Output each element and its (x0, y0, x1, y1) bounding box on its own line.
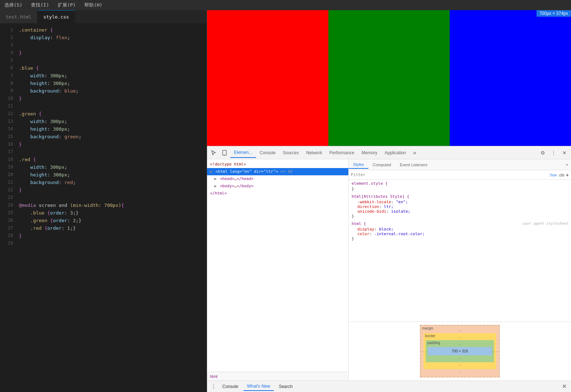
menu-select[interactable]: 选择(S) (3, 1, 24, 9)
tab-console[interactable]: Console (256, 148, 279, 158)
style-close-brace: } (352, 236, 568, 241)
devtools-bottom-bar: ⋮ Console What's New Search ✕ (207, 380, 571, 392)
padding-label: padding (427, 341, 440, 345)
dom-body-arrow[interactable]: ▶ (214, 184, 217, 188)
tab-memory[interactable]: Memory (358, 148, 381, 158)
style-rule: direction: ltr; (352, 204, 568, 209)
code-line: 13 width: 300px; (0, 118, 207, 125)
close-devtools-icon[interactable]: ✕ (559, 148, 570, 158)
code-line: 17 (0, 148, 207, 156)
bottom-tab-search[interactable]: Search (275, 383, 296, 391)
filter-cls-button[interactable]: .cls (558, 173, 564, 177)
preview-green-box (328, 10, 450, 146)
styles-tab-computed[interactable]: Computed (368, 161, 396, 168)
code-content: 1 .container { 2 display: flex; 3 4 } 5 (0, 23, 207, 392)
tab-style-css[interactable]: style.css (37, 10, 75, 23)
bottom-bar-menu[interactable]: ⋮ (210, 383, 217, 390)
code-line: 5 (0, 57, 207, 64)
devtools-toolbar: Elemen... Console Sources Network Perfor… (207, 146, 571, 159)
more-options-icon[interactable]: ⋮ (548, 148, 559, 158)
tab-test-html[interactable]: test.html (0, 10, 37, 23)
close-bottom-bar-icon[interactable]: ✕ (560, 381, 568, 391)
code-line: 25 .blue {order: 3;} (0, 209, 207, 217)
dom-expand-arrow[interactable]: ▶ (210, 169, 212, 174)
code-line: 3 (0, 41, 207, 49)
tab-network[interactable]: Network (303, 148, 326, 158)
code-line: 19 width: 300px; (0, 163, 207, 171)
code-line: 24 @media screen and (min-width: 700px){ (0, 201, 207, 209)
preview-blue-box (450, 10, 571, 146)
code-line: 26 .green {order: 2;} (0, 217, 207, 224)
tab-sources[interactable]: Sources (279, 148, 303, 158)
mobile-icon[interactable] (219, 148, 230, 158)
style-selector: element.style { (352, 181, 568, 186)
devtools-tabs: Elemen... Console Sources Network Perfor… (230, 147, 537, 159)
styles-panel: Styles Computed Event Listeners » :hov .… (349, 159, 571, 380)
styles-content: element.style { } html[Attributes Style]… (349, 180, 571, 322)
code-line: 9 background: blue; (0, 87, 207, 95)
margin-bottom: - (424, 370, 496, 374)
style-block-element: element.style { } (352, 181, 568, 191)
code-line: 27 .red {order: 1;} (0, 224, 207, 232)
menu-help[interactable]: 帮助(H) (83, 1, 104, 9)
style-rule: unicode-bidi: isolate; (352, 209, 568, 214)
code-line: 1 .container { (0, 26, 207, 34)
style-close-brace: } (352, 187, 568, 191)
styles-filter-bar: :hov .cls + (349, 170, 571, 180)
dom-head[interactable]: ▶ <head>…</head> (207, 175, 348, 183)
editor-tabs: test.html style.css (0, 10, 207, 23)
bottom-tab-whats-new[interactable]: What's New (243, 382, 274, 391)
style-selector: html { user agent stylesheet (352, 221, 568, 226)
preview-red-box (207, 10, 328, 146)
tab-performance[interactable]: Performance (326, 148, 358, 158)
style-source: user agent stylesheet (522, 221, 568, 225)
browser-preview: 700px × 374px (207, 10, 571, 146)
dom-panel: <!doctype html> ▶ <html lang="en" dir="l… (207, 159, 349, 380)
code-line: 11 (0, 102, 207, 110)
border-label: border (425, 334, 436, 338)
box-padding: padding - - 700 × 316 - (426, 340, 494, 362)
menu-extend[interactable]: 扩展(P) (56, 1, 77, 9)
style-close-brace: } (352, 214, 568, 219)
box-model-section: margin - - border - - (349, 322, 571, 380)
dom-body[interactable]: ▶ <body>…</body> (207, 183, 348, 190)
code-line: 16 } (0, 140, 207, 148)
code-line: 8 height: 300px; (0, 79, 207, 87)
settings-icon[interactable]: ⚙ (538, 148, 548, 158)
styles-tabs: Styles Computed Event Listeners » (349, 159, 571, 170)
code-editor: test.html style.css 1 .container { 2 dis… (0, 10, 207, 392)
code-line: 14 height: 300px; (0, 125, 207, 133)
dom-html-close[interactable]: </html> (207, 190, 348, 197)
more-tabs-icon[interactable]: » (410, 148, 420, 158)
styles-tab-event-listeners[interactable]: Event Listeners (396, 161, 432, 168)
code-line: 22 } (0, 186, 207, 194)
dom-breadcrumb: html (207, 372, 348, 380)
bottom-tab-console[interactable]: Console (219, 383, 242, 391)
style-rule: display: block; (352, 227, 568, 232)
border-bottom: - (426, 363, 494, 367)
styles-tab-styles[interactable]: Styles (349, 161, 368, 169)
dom-head-arrow[interactable]: ▶ (214, 176, 217, 181)
dom-html-selected[interactable]: ▶ <html lang="en" dir="ltr"> == $0 (207, 168, 348, 175)
devtools: Elemen... Console Sources Network Perfor… (207, 146, 571, 392)
menu-bar: 选择(S) 查找(I) 扩展(P) 帮助(H) (0, 0, 571, 10)
breadcrumb-html[interactable]: html (210, 374, 218, 379)
style-rule: color: -internal-root-color; (352, 232, 568, 236)
code-line: 21 background: red; (0, 179, 207, 186)
padding-bottom: - (428, 356, 492, 360)
tab-elements[interactable]: Elemen... (230, 148, 256, 158)
tab-application[interactable]: Application (381, 148, 410, 158)
margin-left: - (422, 349, 423, 353)
styles-tab-more[interactable]: » (563, 161, 571, 168)
margin-label: margin (422, 326, 433, 330)
cursor-icon[interactable] (208, 148, 219, 158)
add-style-rule-button[interactable]: + (566, 172, 569, 178)
style-rule: -webkit-locale: "en"; (352, 200, 568, 204)
dom-doctype[interactable]: <!doctype html> (207, 161, 348, 168)
svg-point-1 (224, 154, 225, 155)
styles-filter-input[interactable] (351, 172, 548, 177)
menu-find[interactable]: 查找(I) (29, 1, 50, 9)
filter-hov-button[interactable]: :hov (549, 173, 557, 177)
code-line: 20 height: 300px; (0, 171, 207, 179)
code-line: 29 (0, 240, 207, 247)
